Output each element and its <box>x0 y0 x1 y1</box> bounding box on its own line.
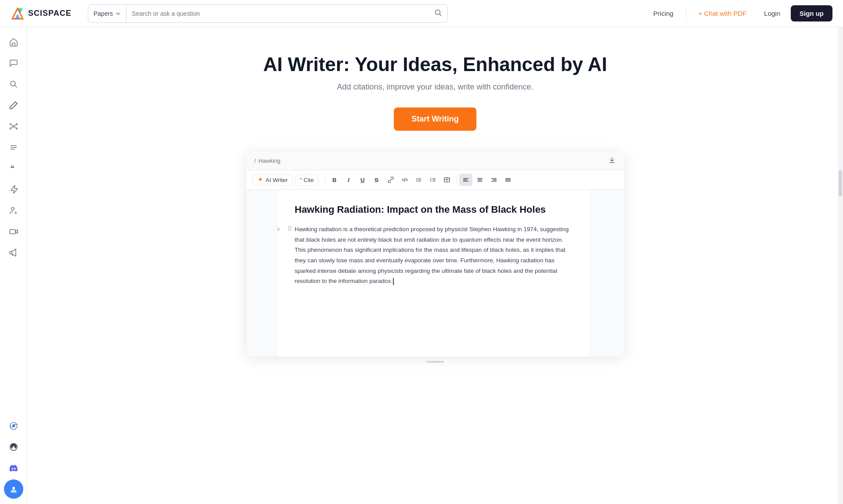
start-writing-button[interactable]: Start Writing <box>394 107 476 131</box>
page-scrollbar[interactable] <box>838 27 843 504</box>
search-button[interactable] <box>429 9 447 18</box>
link-icon <box>388 177 394 183</box>
sidebar-item-network[interactable] <box>4 117 23 136</box>
toolbar-underline-button[interactable]: U <box>356 174 369 186</box>
svg-point-32 <box>416 181 417 182</box>
editor-body: Hawking Radiation: Impact on the Mass of… <box>246 190 624 357</box>
svg-text:3.: 3. <box>430 180 432 182</box>
svg-line-11 <box>11 125 13 126</box>
svg-point-19 <box>11 207 14 210</box>
sidebar-item-megaphone[interactable] <box>4 243 23 262</box>
user-ai-icon <box>9 206 18 215</box>
ai-writer-icon <box>257 177 263 183</box>
header: SCISPACE Papers Pricing + Chat with PDF … <box>0 0 843 27</box>
sidebar-item-openai[interactable] <box>4 437 23 457</box>
editor-bottom-handle <box>422 357 448 367</box>
flash-icon <box>9 185 18 194</box>
paragraph-actions: + ⠿ <box>274 224 295 234</box>
toolbar-table-button[interactable] <box>440 174 454 186</box>
support-chat-button[interactable] <box>4 479 23 499</box>
search-dropdown[interactable]: Papers <box>88 5 126 22</box>
breadcrumb-doc: Hawking <box>259 157 281 164</box>
search-bar: Papers <box>88 4 448 23</box>
megaphone-icon <box>9 248 18 257</box>
pricing-link[interactable]: Pricing <box>646 6 681 21</box>
list-icon <box>9 143 18 152</box>
chevron-down-icon <box>115 11 121 16</box>
search-icon <box>9 79 18 89</box>
sidebar-item-write[interactable] <box>4 96 23 115</box>
scrollbar-thumb[interactable] <box>839 170 842 197</box>
quote-icon: ❝ <box>9 164 18 173</box>
chrome-icon <box>9 421 18 431</box>
editor-breadcrumb: / Hawking <box>254 157 280 164</box>
align-left-icon <box>463 177 469 183</box>
editor-preview: / Hawking AI Writer " Cite B I U S <box>246 152 624 357</box>
drag-paragraph-button[interactable]: ⠿ <box>285 224 295 234</box>
toolbar-align-left-button[interactable] <box>459 174 472 186</box>
sidebar-bottom <box>0 416 27 504</box>
editor-topbar: / Hawking <box>246 152 624 170</box>
sidebar-item-flash[interactable] <box>4 180 23 199</box>
breadcrumb-separator: / <box>254 157 256 164</box>
paragraph-text: Hawking radiation is a theoretical predi… <box>295 226 569 284</box>
scroll-handle <box>426 361 444 363</box>
video-icon <box>9 227 18 236</box>
home-icon <box>9 37 18 47</box>
svg-rect-26 <box>609 162 615 163</box>
toolbar-strikethrough-button[interactable]: S <box>370 174 383 186</box>
scispace-logo-icon <box>11 7 25 21</box>
toolbar-align-right-button[interactable] <box>487 174 501 186</box>
toolbar-divider-1 <box>325 175 325 184</box>
svg-line-12 <box>14 125 16 126</box>
svg-point-30 <box>416 178 417 179</box>
sidebar-item-chrome[interactable] <box>4 416 23 436</box>
svg-point-22 <box>12 425 15 428</box>
toolbar-cite-button[interactable]: " Cite <box>295 175 318 186</box>
svg-point-4 <box>436 10 440 15</box>
toolbar-code-button[interactable] <box>398 174 411 186</box>
toolbar-italic-button[interactable]: I <box>342 174 355 186</box>
chat-pdf-link[interactable]: + Chat with PDF <box>692 6 754 21</box>
justify-icon <box>505 177 511 183</box>
toolbar-link-button[interactable] <box>384 174 397 186</box>
signup-button[interactable]: Sign up <box>791 5 832 21</box>
document-paragraph[interactable]: + ⠿ Hawking radiation is a theoretical p… <box>295 224 571 286</box>
sidebar-item-user-ai[interactable] <box>4 201 23 220</box>
toolbar-list-button[interactable] <box>412 174 425 186</box>
login-link[interactable]: Login <box>757 6 787 21</box>
discord-icon <box>9 463 18 473</box>
search-input[interactable] <box>126 5 429 22</box>
logo[interactable]: SCISPACE <box>11 7 81 21</box>
header-nav: Pricing + Chat with PDF Login Sign up <box>646 5 832 21</box>
sidebar-item-discord[interactable] <box>4 458 23 478</box>
toolbar-divider-2 <box>456 175 457 184</box>
toolbar-ai-writer-button[interactable]: AI Writer <box>252 175 292 186</box>
sidebar-item-quote[interactable]: ❝ <box>4 159 23 178</box>
sidebar-item-video[interactable] <box>4 222 23 241</box>
align-center-icon <box>477 177 483 183</box>
openai-icon <box>9 442 18 452</box>
toolbar-align-center-button[interactable] <box>473 174 486 186</box>
editor-content-area[interactable]: Hawking Radiation: Impact on the Mass of… <box>277 190 589 357</box>
sidebar-item-home[interactable] <box>4 32 23 52</box>
support-icon <box>9 484 18 494</box>
editor-toolbar: AI Writer " Cite B I U S 1.2.3. <box>246 170 624 190</box>
search-icon <box>434 9 442 17</box>
align-right-icon <box>491 177 497 183</box>
svg-line-13 <box>11 127 13 128</box>
hero-subtitle: Add citations, improve your ideas, write… <box>337 82 533 92</box>
chat-icon <box>9 58 18 68</box>
add-paragraph-button[interactable]: + <box>274 224 283 234</box>
toolbar-ordered-list-button[interactable]: 1.2.3. <box>426 174 440 186</box>
toolbar-justify-button[interactable] <box>501 174 515 186</box>
network-icon <box>9 122 18 131</box>
ordered-list-icon: 1.2.3. <box>430 177 436 183</box>
svg-line-14 <box>14 127 16 128</box>
bullet-list-icon <box>416 177 422 183</box>
toolbar-bold-button[interactable]: B <box>328 174 341 186</box>
sidebar-item-search[interactable] <box>4 75 23 94</box>
editor-download-button[interactable] <box>608 156 616 165</box>
sidebar-item-list[interactable] <box>4 138 23 157</box>
sidebar-item-chat[interactable] <box>4 54 23 73</box>
